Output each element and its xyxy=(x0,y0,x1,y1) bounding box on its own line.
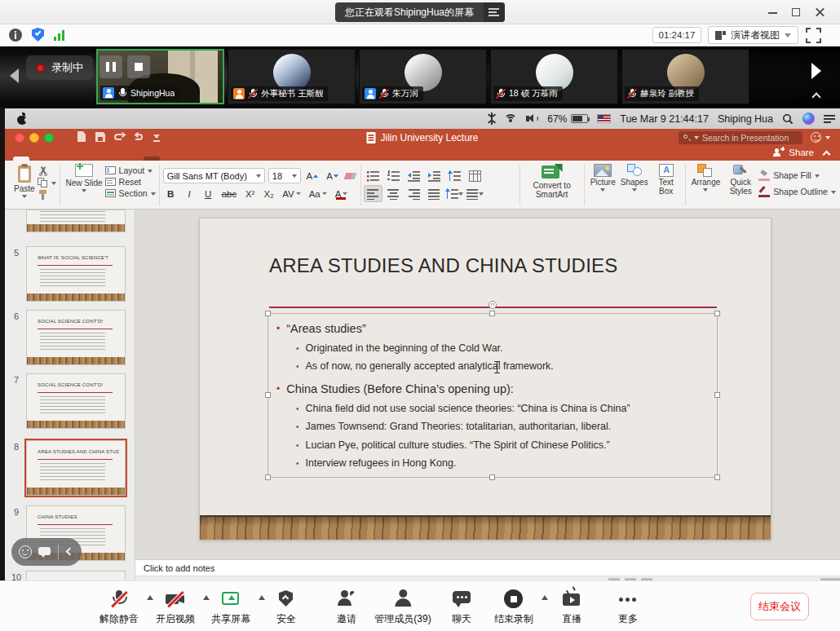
encryption-shield-icon[interactable] xyxy=(32,28,44,42)
slide-title[interactable]: AREA STUDIES AND CHINA STUDIES xyxy=(269,254,617,277)
slide-thumbnail[interactable]: 6 SOCIAL SCIENCE CONT'D! xyxy=(5,310,135,365)
traffic-light-minimize-button[interactable] xyxy=(29,133,39,143)
slide-thumbnail[interactable]: 8 AREA STUDIES AND CHINA STUDIES xyxy=(5,440,135,496)
bullet-line[interactable]: • China Studies (Before China’s opening … xyxy=(276,382,712,396)
search-input[interactable] xyxy=(702,133,792,143)
layout-button[interactable]: Layout xyxy=(105,165,156,175)
zoom-toolbar-button[interactable]: 邀请 xyxy=(335,589,358,626)
volume-icon[interactable] xyxy=(526,114,538,124)
toolbar-button-caret-icon[interactable] xyxy=(203,595,210,600)
picture-button[interactable]: Picture xyxy=(588,163,618,192)
justify-button[interactable] xyxy=(426,186,443,201)
meeting-info-icon[interactable] xyxy=(9,29,22,42)
banner-options-icon[interactable] xyxy=(484,2,505,22)
align-text-button[interactable] xyxy=(466,186,484,201)
line-spacing-button[interactable] xyxy=(446,168,463,183)
slide-thumbnail[interactable]: 5 WHAT IS 'SOCIAL SCIENCE'? xyxy=(5,246,135,302)
copy-button[interactable] xyxy=(38,178,56,188)
pause-recording-button[interactable] xyxy=(99,55,122,78)
resize-handle[interactable] xyxy=(714,311,720,316)
shape-fill-button[interactable]: Shape Fill xyxy=(758,170,836,181)
zoom-toolbar-button[interactable]: 解除静音 xyxy=(99,589,139,626)
toolbar-button-caret-icon[interactable] xyxy=(147,595,153,600)
fullscreen-button[interactable] xyxy=(806,28,821,43)
feedback-smiley-button[interactable] xyxy=(811,132,830,143)
input-language-flag-icon[interactable] xyxy=(597,114,611,123)
participant-tile[interactable]: 赫泉玲 副教授 xyxy=(621,49,749,104)
bullet-line[interactable]: • Lucian Pye, political culture studies.… xyxy=(296,439,712,452)
increase-font-size-button[interactable]: A xyxy=(304,168,321,183)
siri-icon[interactable] xyxy=(802,113,815,125)
participant-tile[interactable]: 18 硕 万慕雨 xyxy=(490,49,618,104)
scroll-right-arrow[interactable] xyxy=(811,63,821,79)
participant-tile[interactable]: 朱万润 xyxy=(359,49,487,104)
resize-handle[interactable] xyxy=(265,392,271,398)
undo-icon[interactable] xyxy=(114,131,125,143)
cut-button[interactable] xyxy=(38,165,56,176)
strikethrough-button[interactable]: abc xyxy=(219,186,240,201)
text-direction-button[interactable] xyxy=(446,186,463,201)
stop-recording-button[interactable] xyxy=(127,55,150,78)
collapse-ribbon-chevron-icon[interactable] xyxy=(824,150,832,157)
font-name-combobox[interactable]: Gill Sans MT (Body) xyxy=(163,168,265,183)
paste-button[interactable]: Paste xyxy=(11,163,38,199)
redo-icon[interactable] xyxy=(133,131,144,143)
bullet-line[interactable]: • Originated in the beginning of the Col… xyxy=(296,342,712,355)
wifi-icon[interactable] xyxy=(504,114,517,124)
notes-pane[interactable]: Click to add notes xyxy=(135,559,840,576)
shape-outline-button[interactable]: Shape Outline xyxy=(758,186,836,197)
collapse-chevron-icon[interactable] xyxy=(65,548,73,556)
font-color-button[interactable]: A xyxy=(333,186,351,201)
subscript-button[interactable]: X₂ xyxy=(261,186,276,201)
end-meeting-button[interactable]: 结束会议 xyxy=(750,593,809,620)
zoom-toolbar-button[interactable]: 安全 xyxy=(275,589,298,626)
zoom-toolbar-button[interactable]: 管理成员(39) xyxy=(374,589,431,626)
toolbar-button-caret-icon[interactable] xyxy=(542,595,548,600)
increase-indent-button[interactable] xyxy=(426,168,443,183)
toolbar-options-icon[interactable] xyxy=(152,131,162,143)
arrange-button[interactable]: Arrange xyxy=(689,163,723,192)
align-center-button[interactable] xyxy=(385,186,402,201)
text-box-button[interactable]: Text Box xyxy=(651,163,682,196)
notification-center-icon[interactable] xyxy=(824,114,835,124)
rotation-handle[interactable] xyxy=(489,301,497,309)
decrease-indent-button[interactable] xyxy=(405,168,422,183)
participant-tile[interactable]: 外事秘书 王斯靓 xyxy=(228,49,356,104)
character-spacing-button[interactable]: AV xyxy=(280,186,303,201)
align-right-button[interactable] xyxy=(405,186,422,201)
traffic-light-zoom-button[interactable] xyxy=(44,133,54,143)
reactions-chat-icon[interactable] xyxy=(38,546,51,558)
traffic-light-close-button[interactable] xyxy=(15,133,24,143)
view-mode-button[interactable]: 演讲者视图 xyxy=(708,26,798,44)
zoom-toolbar-button[interactable]: 共享屏幕 xyxy=(211,589,250,626)
zoom-toolbar-button[interactable]: 聊天 xyxy=(450,589,473,626)
reset-button[interactable]: Reset xyxy=(105,177,156,187)
convert-to-smartart-button[interactable]: Convert to SmartArt xyxy=(524,163,581,200)
align-left-button[interactable] xyxy=(365,186,382,201)
bluetooth-icon[interactable] xyxy=(488,113,495,125)
underline-button[interactable]: U xyxy=(201,186,216,201)
scroll-left-arrow[interactable] xyxy=(10,68,19,83)
clear-formatting-button[interactable] xyxy=(344,170,357,182)
zoom-toolbar-button[interactable]: 结束录制 xyxy=(494,589,533,626)
font-size-combobox[interactable]: 18 xyxy=(268,168,301,183)
save-icon[interactable] xyxy=(95,131,106,143)
slide-canvas[interactable]: AREA STUDIES AND CHINA STUDIES • “Areas … xyxy=(200,218,771,540)
shapes-button[interactable]: Shapes xyxy=(618,163,651,192)
bullet-line[interactable]: • “Areas studies” xyxy=(276,322,712,336)
bold-button[interactable]: B xyxy=(163,186,179,201)
slide-thumbnail[interactable] xyxy=(5,210,135,232)
reactions-emoji-icon[interactable] xyxy=(19,545,32,558)
resize-handle[interactable] xyxy=(265,311,271,316)
resize-handle[interactable] xyxy=(489,311,495,316)
zoom-toolbar-button[interactable]: 开启视频 xyxy=(156,589,195,626)
bullet-line[interactable]: • As of now, no generally accepted analy… xyxy=(296,360,712,373)
quick-styles-button[interactable]: Quick Styles xyxy=(723,163,758,196)
menubar-username[interactable]: Shiping Hua xyxy=(718,113,773,125)
collapse-strip-chevron-icon[interactable] xyxy=(813,92,823,99)
maximize-button[interactable] xyxy=(789,6,802,19)
zoom-toolbar-button[interactable]: 直播 xyxy=(560,589,583,626)
numbering-button[interactable] xyxy=(385,168,402,183)
close-button[interactable] xyxy=(814,6,827,19)
minimize-button[interactable] xyxy=(767,6,780,19)
